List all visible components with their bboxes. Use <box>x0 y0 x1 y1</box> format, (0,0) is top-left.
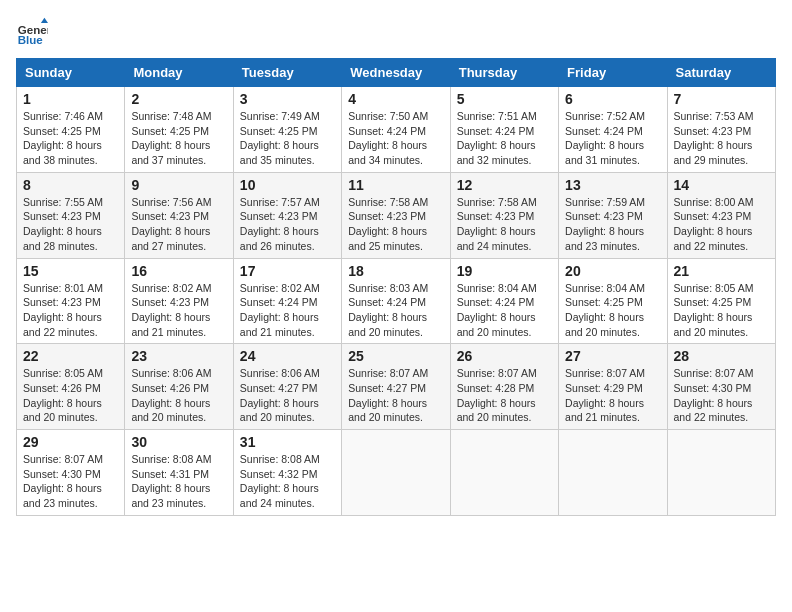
calendar-cell: 2Sunrise: 7:48 AMSunset: 4:25 PMDaylight… <box>125 87 233 173</box>
calendar-cell: 26Sunrise: 8:07 AMSunset: 4:28 PMDayligh… <box>450 344 558 430</box>
day-detail: Sunrise: 8:00 AMSunset: 4:23 PMDaylight:… <box>674 195 769 254</box>
calendar-header-sunday: Sunday <box>17 59 125 87</box>
day-detail: Sunrise: 8:06 AMSunset: 4:27 PMDaylight:… <box>240 366 335 425</box>
day-detail: Sunrise: 8:07 AMSunset: 4:28 PMDaylight:… <box>457 366 552 425</box>
day-detail: Sunrise: 8:08 AMSunset: 4:31 PMDaylight:… <box>131 452 226 511</box>
day-detail: Sunrise: 7:53 AMSunset: 4:23 PMDaylight:… <box>674 109 769 168</box>
calendar-header-monday: Monday <box>125 59 233 87</box>
day-number: 6 <box>565 91 660 107</box>
day-detail: Sunrise: 7:56 AMSunset: 4:23 PMDaylight:… <box>131 195 226 254</box>
day-detail: Sunrise: 8:01 AMSunset: 4:23 PMDaylight:… <box>23 281 118 340</box>
calendar-cell: 23Sunrise: 8:06 AMSunset: 4:26 PMDayligh… <box>125 344 233 430</box>
day-number: 30 <box>131 434 226 450</box>
calendar-cell: 3Sunrise: 7:49 AMSunset: 4:25 PMDaylight… <box>233 87 341 173</box>
day-number: 13 <box>565 177 660 193</box>
day-number: 12 <box>457 177 552 193</box>
calendar-header-tuesday: Tuesday <box>233 59 341 87</box>
svg-marker-2 <box>41 18 48 23</box>
day-detail: Sunrise: 8:04 AMSunset: 4:25 PMDaylight:… <box>565 281 660 340</box>
calendar-cell: 19Sunrise: 8:04 AMSunset: 4:24 PMDayligh… <box>450 258 558 344</box>
day-number: 24 <box>240 348 335 364</box>
calendar-week-row: 1Sunrise: 7:46 AMSunset: 4:25 PMDaylight… <box>17 87 776 173</box>
calendar-cell: 4Sunrise: 7:50 AMSunset: 4:24 PMDaylight… <box>342 87 450 173</box>
calendar-cell: 30Sunrise: 8:08 AMSunset: 4:31 PMDayligh… <box>125 430 233 516</box>
day-number: 21 <box>674 263 769 279</box>
day-number: 26 <box>457 348 552 364</box>
day-number: 31 <box>240 434 335 450</box>
calendar-cell: 1Sunrise: 7:46 AMSunset: 4:25 PMDaylight… <box>17 87 125 173</box>
calendar-header-friday: Friday <box>559 59 667 87</box>
day-number: 17 <box>240 263 335 279</box>
calendar-header-thursday: Thursday <box>450 59 558 87</box>
calendar-cell <box>559 430 667 516</box>
calendar-cell: 22Sunrise: 8:05 AMSunset: 4:26 PMDayligh… <box>17 344 125 430</box>
calendar-cell: 14Sunrise: 8:00 AMSunset: 4:23 PMDayligh… <box>667 172 775 258</box>
day-number: 18 <box>348 263 443 279</box>
day-detail: Sunrise: 7:49 AMSunset: 4:25 PMDaylight:… <box>240 109 335 168</box>
day-detail: Sunrise: 7:55 AMSunset: 4:23 PMDaylight:… <box>23 195 118 254</box>
calendar-cell: 31Sunrise: 8:08 AMSunset: 4:32 PMDayligh… <box>233 430 341 516</box>
page-header: General Blue <box>16 16 776 48</box>
calendar-cell: 11Sunrise: 7:58 AMSunset: 4:23 PMDayligh… <box>342 172 450 258</box>
calendar-cell: 17Sunrise: 8:02 AMSunset: 4:24 PMDayligh… <box>233 258 341 344</box>
day-detail: Sunrise: 7:58 AMSunset: 4:23 PMDaylight:… <box>348 195 443 254</box>
calendar-header-wednesday: Wednesday <box>342 59 450 87</box>
calendar-header-saturday: Saturday <box>667 59 775 87</box>
day-detail: Sunrise: 7:46 AMSunset: 4:25 PMDaylight:… <box>23 109 118 168</box>
calendar-cell: 6Sunrise: 7:52 AMSunset: 4:24 PMDaylight… <box>559 87 667 173</box>
day-number: 5 <box>457 91 552 107</box>
calendar-cell: 13Sunrise: 7:59 AMSunset: 4:23 PMDayligh… <box>559 172 667 258</box>
day-number: 14 <box>674 177 769 193</box>
day-detail: Sunrise: 8:07 AMSunset: 4:30 PMDaylight:… <box>674 366 769 425</box>
day-detail: Sunrise: 8:02 AMSunset: 4:23 PMDaylight:… <box>131 281 226 340</box>
calendar-cell: 16Sunrise: 8:02 AMSunset: 4:23 PMDayligh… <box>125 258 233 344</box>
calendar-cell: 18Sunrise: 8:03 AMSunset: 4:24 PMDayligh… <box>342 258 450 344</box>
day-detail: Sunrise: 8:03 AMSunset: 4:24 PMDaylight:… <box>348 281 443 340</box>
day-number: 3 <box>240 91 335 107</box>
day-number: 4 <box>348 91 443 107</box>
day-number: 2 <box>131 91 226 107</box>
day-detail: Sunrise: 8:07 AMSunset: 4:27 PMDaylight:… <box>348 366 443 425</box>
calendar-week-row: 22Sunrise: 8:05 AMSunset: 4:26 PMDayligh… <box>17 344 776 430</box>
calendar-cell: 10Sunrise: 7:57 AMSunset: 4:23 PMDayligh… <box>233 172 341 258</box>
calendar-cell: 24Sunrise: 8:06 AMSunset: 4:27 PMDayligh… <box>233 344 341 430</box>
day-number: 8 <box>23 177 118 193</box>
calendar-cell: 29Sunrise: 8:07 AMSunset: 4:30 PMDayligh… <box>17 430 125 516</box>
day-number: 16 <box>131 263 226 279</box>
calendar-cell <box>667 430 775 516</box>
day-number: 29 <box>23 434 118 450</box>
day-detail: Sunrise: 8:07 AMSunset: 4:30 PMDaylight:… <box>23 452 118 511</box>
day-detail: Sunrise: 8:07 AMSunset: 4:29 PMDaylight:… <box>565 366 660 425</box>
calendar-cell: 25Sunrise: 8:07 AMSunset: 4:27 PMDayligh… <box>342 344 450 430</box>
day-detail: Sunrise: 7:50 AMSunset: 4:24 PMDaylight:… <box>348 109 443 168</box>
logo: General Blue <box>16 16 52 48</box>
calendar-cell: 21Sunrise: 8:05 AMSunset: 4:25 PMDayligh… <box>667 258 775 344</box>
calendar-cell: 27Sunrise: 8:07 AMSunset: 4:29 PMDayligh… <box>559 344 667 430</box>
calendar-week-row: 29Sunrise: 8:07 AMSunset: 4:30 PMDayligh… <box>17 430 776 516</box>
calendar-week-row: 15Sunrise: 8:01 AMSunset: 4:23 PMDayligh… <box>17 258 776 344</box>
svg-text:Blue: Blue <box>18 34 44 46</box>
calendar-body: 1Sunrise: 7:46 AMSunset: 4:25 PMDaylight… <box>17 87 776 516</box>
day-number: 20 <box>565 263 660 279</box>
calendar-cell: 9Sunrise: 7:56 AMSunset: 4:23 PMDaylight… <box>125 172 233 258</box>
calendar-cell: 5Sunrise: 7:51 AMSunset: 4:24 PMDaylight… <box>450 87 558 173</box>
calendar-header-row: SundayMondayTuesdayWednesdayThursdayFrid… <box>17 59 776 87</box>
calendar-cell: 8Sunrise: 7:55 AMSunset: 4:23 PMDaylight… <box>17 172 125 258</box>
day-detail: Sunrise: 7:51 AMSunset: 4:24 PMDaylight:… <box>457 109 552 168</box>
day-number: 15 <box>23 263 118 279</box>
calendar-cell: 7Sunrise: 7:53 AMSunset: 4:23 PMDaylight… <box>667 87 775 173</box>
calendar-cell: 15Sunrise: 8:01 AMSunset: 4:23 PMDayligh… <box>17 258 125 344</box>
day-detail: Sunrise: 8:02 AMSunset: 4:24 PMDaylight:… <box>240 281 335 340</box>
day-number: 9 <box>131 177 226 193</box>
day-detail: Sunrise: 8:08 AMSunset: 4:32 PMDaylight:… <box>240 452 335 511</box>
calendar-cell <box>342 430 450 516</box>
day-number: 1 <box>23 91 118 107</box>
day-number: 7 <box>674 91 769 107</box>
day-number: 25 <box>348 348 443 364</box>
day-detail: Sunrise: 8:04 AMSunset: 4:24 PMDaylight:… <box>457 281 552 340</box>
calendar-cell: 12Sunrise: 7:58 AMSunset: 4:23 PMDayligh… <box>450 172 558 258</box>
day-number: 19 <box>457 263 552 279</box>
day-number: 28 <box>674 348 769 364</box>
calendar-cell <box>450 430 558 516</box>
day-number: 11 <box>348 177 443 193</box>
